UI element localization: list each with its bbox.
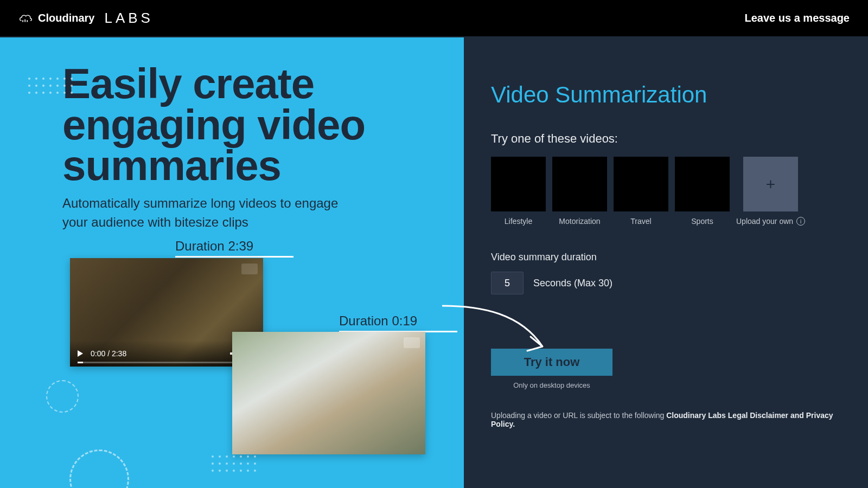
disclaimer-text: Uploading a video or URL is subject to t… bbox=[491, 411, 833, 428]
play-icon[interactable] bbox=[78, 350, 83, 357]
sample-travel: Travel bbox=[614, 157, 668, 226]
upload-thumb[interactable]: + bbox=[743, 157, 798, 211]
upload-own: + Upload your own i bbox=[736, 157, 805, 226]
video-time: 0:00 / 2:38 bbox=[91, 349, 126, 358]
duration-input[interactable] bbox=[491, 272, 524, 294]
dashed-circle-decoration-2 bbox=[69, 450, 129, 488]
duration-section-label: Video summary duration bbox=[491, 252, 833, 263]
sample-thumb-travel[interactable] bbox=[614, 157, 668, 211]
dots-decoration-2 bbox=[212, 455, 258, 472]
brand-name: Cloudinary bbox=[38, 12, 94, 24]
sample-lifestyle: Lifestyle bbox=[491, 157, 546, 226]
config-panel: Video Summarization Try one of these vid… bbox=[464, 37, 868, 488]
sample-motorization: Motorization bbox=[552, 157, 607, 226]
dashed-circle-decoration bbox=[46, 380, 79, 413]
hero-subtitle: Automatically summarize long videos to e… bbox=[62, 194, 355, 232]
upload-own-label: Upload your own bbox=[736, 217, 793, 226]
try-it-now-button[interactable]: Try it now bbox=[491, 349, 612, 376]
cta-hint: Only on desktop devices bbox=[513, 381, 590, 389]
info-icon[interactable]: i bbox=[796, 217, 805, 226]
video-progress[interactable] bbox=[78, 362, 256, 363]
hero-panel: Easily create engaging video summaries A… bbox=[0, 37, 464, 488]
cta-wrap: Try it now Only on desktop devices bbox=[491, 349, 612, 389]
brand-sub: LABS bbox=[104, 10, 154, 27]
header-bar: Cloudinary LABS Leave us a message bbox=[0, 0, 868, 36]
duration-label-original: Duration 2:39 bbox=[175, 239, 293, 258]
duration-input-row: Seconds (Max 30) bbox=[491, 272, 833, 294]
duration-label-summary: Duration 0:19 bbox=[339, 313, 457, 332]
sample-thumb-sports[interactable] bbox=[675, 157, 730, 211]
panel-title: Video Summarization bbox=[491, 82, 833, 108]
hero-title: Easily create engaging video summaries bbox=[62, 63, 410, 187]
logo[interactable]: Cloudinary LABS bbox=[18, 10, 154, 27]
leave-message-link[interactable]: Leave us a message bbox=[745, 12, 850, 24]
plus-icon: + bbox=[766, 175, 776, 194]
dots-decoration bbox=[28, 78, 75, 94]
sample-thumb-lifestyle[interactable] bbox=[491, 157, 546, 211]
summary-video-preview[interactable] bbox=[232, 332, 425, 454]
main-split: Easily create engaging video summaries A… bbox=[0, 37, 868, 488]
cloudinary-logo-icon bbox=[18, 13, 33, 24]
sample-video-row: Lifestyle Motorization Travel Sports + U… bbox=[491, 157, 833, 226]
duration-hint: Seconds (Max 30) bbox=[533, 278, 612, 289]
try-videos-label: Try one of these videos: bbox=[491, 132, 833, 146]
sample-sports: Sports bbox=[675, 157, 730, 226]
sample-thumb-motorization[interactable] bbox=[552, 157, 607, 211]
